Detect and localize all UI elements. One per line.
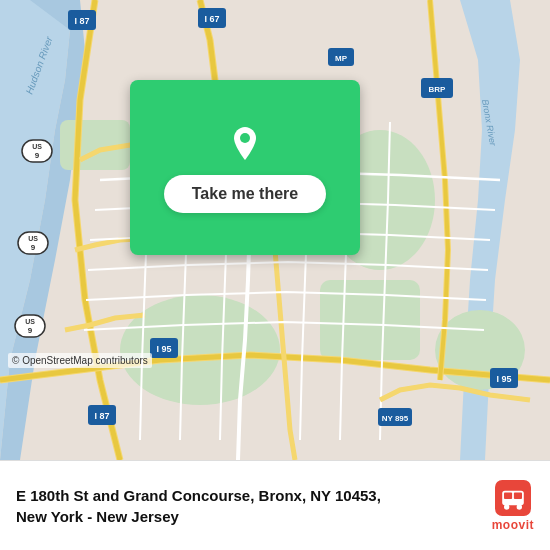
svg-rect-3: [320, 280, 420, 360]
pin-icon: [223, 123, 267, 167]
svg-text:9: 9: [35, 151, 40, 160]
svg-text:I 87: I 87: [74, 16, 89, 26]
footer: E 180th St and Grand Concourse, Bronx, N…: [0, 460, 550, 550]
svg-rect-39: [504, 492, 512, 498]
svg-text:9: 9: [31, 243, 36, 252]
svg-point-36: [240, 133, 250, 143]
svg-point-42: [516, 504, 521, 509]
svg-text:US: US: [25, 318, 35, 325]
map-container: I 67 I 87 I 95 I 95 US 9 US 9 US 9 US 1 …: [0, 0, 550, 460]
svg-text:US: US: [32, 143, 42, 150]
svg-rect-40: [514, 492, 522, 498]
moovit-icon: [495, 480, 531, 516]
address-line1: E 180th St and Grand Concourse, Bronx, N…: [16, 485, 480, 506]
svg-text:I 95: I 95: [496, 374, 511, 384]
svg-text:MP: MP: [335, 54, 348, 63]
svg-text:US: US: [28, 235, 38, 242]
moovit-brand-text: moovit: [492, 518, 534, 532]
svg-text:9: 9: [28, 326, 33, 335]
svg-text:NY 895: NY 895: [382, 414, 409, 423]
svg-text:I 67: I 67: [204, 14, 219, 24]
address-line2: New York - New Jersey: [16, 506, 480, 527]
footer-text: E 180th St and Grand Concourse, Bronx, N…: [16, 485, 480, 527]
svg-text:BRP: BRP: [429, 85, 447, 94]
moovit-logo: moovit: [492, 480, 534, 532]
map-attribution: © OpenStreetMap contributors: [8, 353, 152, 368]
take-me-there-button[interactable]: Take me there: [164, 175, 326, 213]
location-card: Take me there: [130, 80, 360, 255]
svg-text:I 87: I 87: [94, 411, 109, 421]
svg-text:I 95: I 95: [156, 344, 171, 354]
svg-point-41: [504, 504, 509, 509]
